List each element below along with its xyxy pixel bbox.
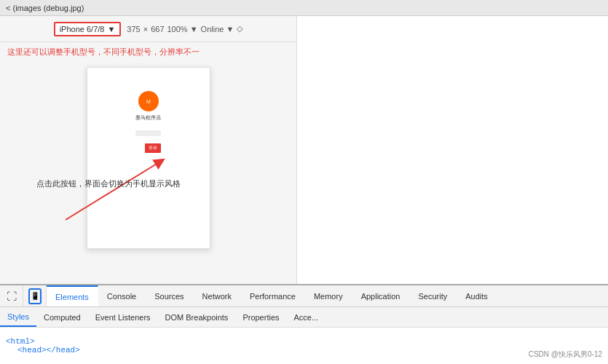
main-area: iPhone 6/7/8 ▼ 375 × 667 100% ▼ Online ▼… <box>0 16 608 284</box>
tab-network[interactable]: Network <box>194 285 241 306</box>
device-network[interactable]: Online ▼ <box>201 25 234 33</box>
device-dropdown-icon[interactable]: ▼ <box>107 25 115 33</box>
devtools-main-tabs: ⛶ 📱 Elements Console Sources Network Per… <box>0 285 608 307</box>
sub-tab-acce[interactable]: Acce... <box>287 307 326 327</box>
phone-content: M 墨马程序员 登录 <box>87 68 210 162</box>
phone-logo-area: M 墨马程序员 登录 <box>135 91 161 153</box>
tab-audits[interactable]: Audits <box>457 285 497 306</box>
sub-tab-dom-breakpoints[interactable]: DOM Breakpoints <box>158 307 236 327</box>
phone-logo-text: 墨马程序员 <box>135 114 161 122</box>
right-panel <box>297 16 608 284</box>
logo-svg: M <box>143 95 154 107</box>
sub-tab-computed[interactable]: Computed <box>36 307 88 327</box>
watermark: CSDN @快乐风男0-12 <box>529 349 602 360</box>
device-select[interactable]: iPhone 6/7/8 ▼ <box>54 22 122 36</box>
device-x-separator: × <box>143 25 148 33</box>
tab-elements[interactable]: Elements <box>47 285 98 306</box>
top-bar: < (images (debug.jpg) <box>0 0 608 16</box>
phone-preview: M 墨马程序员 登录 <box>87 67 210 249</box>
phone-url-bar <box>135 130 161 136</box>
sub-tab-styles[interactable]: Styles <box>0 307 36 327</box>
phone-cta-button[interactable]: 登录 <box>145 143 161 153</box>
devtools-panel: ⛶ 📱 Elements Console Sources Network Per… <box>0 284 608 364</box>
sub-tab-properties[interactable]: Properties <box>235 307 286 327</box>
device-info: 375 × 667 100% ▼ Online ▼ ◇ <box>127 24 242 33</box>
tab-performance[interactable]: Performance <box>241 285 305 306</box>
device-zoom[interactable]: 100% ▼ <box>167 25 198 33</box>
breadcrumb: < (images (debug.jpg) <box>6 4 84 12</box>
mobile-icon-box: 📱 <box>28 288 42 304</box>
device-height: 667 <box>151 25 164 33</box>
bottom-annotation-text: 点击此按钮，界面会切换为手机显示风格 <box>36 178 181 190</box>
devtools-cursor-icon[interactable]: ⛶ <box>0 285 23 306</box>
tab-security[interactable]: Security <box>409 285 457 306</box>
tab-console[interactable]: Console <box>98 285 146 306</box>
devtools-mobile-icon[interactable]: 📱 <box>23 285 47 306</box>
device-extra-icon: ◇ <box>237 24 242 33</box>
code-lines-container: <html> <head></head> <box>6 337 283 355</box>
tab-sources[interactable]: Sources <box>146 285 193 306</box>
device-width: 375 <box>127 25 140 33</box>
code-line-1: <html> <box>6 337 283 346</box>
device-name-label: iPhone 6/7/8 <box>60 25 105 33</box>
device-toolbar: iPhone 6/7/8 ▼ 375 × 667 100% ▼ Online ▼… <box>0 16 296 42</box>
code-line-2: <head></head> <box>6 346 283 355</box>
tab-application[interactable]: Application <box>352 285 410 306</box>
svg-text:M: M <box>146 99 151 104</box>
device-annotation: 这里还可以调整手机型号，不同手机型号，分辨率不一 <box>7 47 289 58</box>
phone-logo-circle: M <box>138 91 159 111</box>
devtools-code-content: <html> <head></head> <box>0 328 608 364</box>
sub-tab-event-listeners[interactable]: Event Listeners <box>88 307 158 327</box>
devtools-sub-tabs: Styles Computed Event Listeners DOM Brea… <box>0 307 608 328</box>
left-panel: iPhone 6/7/8 ▼ 375 × 667 100% ▼ Online ▼… <box>0 16 297 284</box>
tab-memory[interactable]: Memory <box>305 285 352 306</box>
code-view[interactable] <box>297 16 608 284</box>
